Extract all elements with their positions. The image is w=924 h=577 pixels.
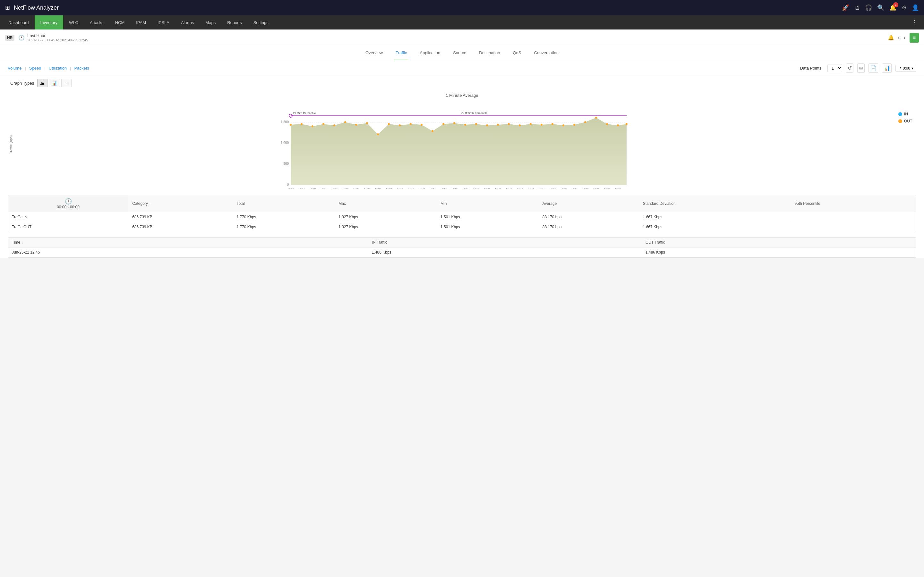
nav-bar: Dashboard Inventory WLC Attacks NCM IPAM…: [0, 15, 924, 29]
td-category-out: Traffic OUT: [8, 222, 128, 232]
sep2: |: [44, 66, 45, 71]
th-in-traffic: IN Traffic: [368, 237, 642, 247]
tab-destination[interactable]: Destination: [478, 46, 501, 60]
view-links: Volume | Speed | Utilization | Packets: [8, 66, 89, 71]
time-range-label: 2021-06-25 11:45 to 2021-06-25 12:45: [27, 38, 887, 42]
th-time-col: 🕐 00:00 - 00:00: [8, 195, 128, 212]
menu-icon[interactable]: ≡: [909, 33, 919, 43]
svg-text:12:11: 12:11: [429, 187, 436, 189]
svg-point-31: [497, 124, 499, 126]
grid-icon[interactable]: ⊞: [5, 4, 10, 11]
svg-point-32: [508, 123, 510, 125]
td-time-1: Jun-25-21 12:45: [8, 247, 368, 258]
nav-item-ipsla[interactable]: IPSLA: [152, 15, 175, 29]
pdf-icon-btn[interactable]: 📄: [869, 63, 878, 73]
svg-point-15: [322, 123, 325, 125]
svg-text:12:13: 12:13: [440, 187, 447, 189]
svg-point-28: [464, 124, 466, 126]
bottom-table: Time ↓ IN Traffic OUT Traffic Jun-25-21 …: [8, 237, 916, 258]
svg-point-40: [595, 117, 597, 119]
alert-settings-icon[interactable]: 🔔: [888, 35, 894, 41]
svg-point-34: [530, 123, 531, 125]
td-avg-out: 1.501 Kbps: [437, 222, 539, 232]
chart-wrapper: Traffic (bps) 0 500 1,000 1,500: [8, 99, 916, 190]
svg-text:12:17: 12:17: [462, 187, 469, 189]
nav-item-ipam[interactable]: IPAM: [130, 15, 152, 29]
td-pct-in: 1.667 Kbps: [639, 212, 791, 222]
chart-title: 1 Minute Average: [8, 93, 916, 98]
nav-item-dashboard[interactable]: Dashboard: [3, 15, 35, 29]
timer-btn[interactable]: ↺ 0:00 ▾: [895, 65, 916, 72]
legend-out-dot: [898, 119, 902, 123]
td-max-in: 1.770 Kbps: [233, 212, 334, 222]
svg-text:0: 0: [287, 183, 289, 186]
rocket-icon[interactable]: 🚀: [842, 4, 849, 11]
legend-out-label: OUT: [904, 119, 912, 123]
refresh-icon-btn[interactable]: ↺: [846, 63, 853, 73]
tab-source[interactable]: Source: [452, 46, 467, 60]
legend-in: IN: [898, 112, 916, 116]
svg-point-42: [617, 124, 619, 126]
headset-icon[interactable]: 🎧: [865, 4, 872, 11]
time-info: Last Hour 2021-06-25 11:45 to 2021-06-25…: [27, 33, 887, 42]
clock-icon: 🕐: [18, 35, 25, 41]
nav-item-maps[interactable]: Maps: [200, 15, 221, 29]
svg-text:12:43: 12:43: [604, 187, 611, 189]
td-max-out: 1.770 Kbps: [233, 222, 334, 232]
prev-icon[interactable]: ‹: [898, 34, 900, 41]
email-icon-btn[interactable]: ✉: [857, 63, 865, 73]
svg-text:12:07: 12:07: [407, 187, 414, 189]
nav-item-reports[interactable]: Reports: [221, 15, 248, 29]
bottom-table-section: Time ↓ IN Traffic OUT Traffic Jun-25-21 …: [8, 237, 916, 258]
nav-more-icon[interactable]: ⋮: [907, 19, 921, 26]
graph-types-row: Graph Types ⛰ 📊 ⋯: [0, 76, 924, 90]
view-link-utilization[interactable]: Utilization: [49, 66, 67, 71]
nav-item-alarms[interactable]: Alarms: [175, 15, 200, 29]
view-link-volume[interactable]: Volume: [8, 66, 21, 71]
bell-icon[interactable]: 🔔 3: [889, 4, 897, 11]
graph-type-scatter-btn[interactable]: ⋯: [61, 79, 71, 87]
td-min-out: 1.327 Kbps: [334, 222, 437, 232]
graph-type-area-btn[interactable]: ⛰: [37, 79, 47, 87]
gear-icon[interactable]: ⚙: [901, 4, 907, 11]
svg-point-20: [377, 133, 379, 135]
tab-qos[interactable]: QoS: [511, 46, 522, 60]
td-category-in: Traffic IN: [8, 212, 128, 222]
view-link-speed[interactable]: Speed: [29, 66, 41, 71]
monitor-icon[interactable]: 🖥: [854, 5, 860, 11]
chart-section: 1 Minute Average Traffic (bps) 0 500 1,0…: [0, 90, 924, 190]
svg-point-35: [541, 124, 543, 126]
svg-text:12:41: 12:41: [593, 187, 599, 189]
view-link-packets[interactable]: Packets: [74, 66, 89, 71]
svg-point-24: [421, 124, 423, 126]
time-bar: HR 🕐 Last Hour 2021-06-25 11:45 to 2021-…: [0, 29, 924, 46]
svg-point-22: [399, 124, 401, 126]
tab-conversation[interactable]: Conversation: [533, 46, 560, 60]
svg-text:12:29: 12:29: [527, 187, 534, 189]
svg-point-38: [573, 124, 575, 126]
x-axis-labels: 11:45 11:47 11:49 11:51 11:53 11:55 11:5…: [288, 187, 622, 189]
graph-type-bar-btn[interactable]: 📊: [49, 79, 60, 87]
nav-item-attacks[interactable]: Attacks: [84, 15, 110, 29]
search-icon[interactable]: 🔍: [877, 4, 884, 11]
timer-label: 0:00: [903, 66, 910, 71]
next-icon[interactable]: ›: [904, 34, 906, 41]
tab-traffic[interactable]: Traffic: [394, 46, 408, 60]
tab-application[interactable]: Application: [419, 46, 442, 60]
td-pct-out: 1.667 Kbps: [639, 222, 791, 232]
toolbar-row: Volume | Speed | Utilization | Packets D…: [0, 60, 924, 76]
user-icon[interactable]: 👤: [912, 4, 919, 11]
nav-item-inventory[interactable]: Inventory: [35, 15, 63, 29]
csv-icon-btn[interactable]: 📊: [882, 63, 892, 73]
time-period-label: Last Hour: [27, 33, 887, 38]
nav-item-ncm[interactable]: NCM: [110, 15, 131, 29]
tab-overview[interactable]: Overview: [364, 46, 384, 60]
data-points-select[interactable]: 1 2 5: [827, 64, 842, 72]
svg-point-23: [410, 123, 412, 125]
nav-item-wlc[interactable]: WLC: [63, 15, 84, 29]
svg-text:12:27: 12:27: [517, 187, 523, 189]
svg-point-37: [562, 124, 564, 126]
svg-point-39: [584, 121, 586, 123]
nav-item-settings[interactable]: Settings: [248, 15, 274, 29]
sep1: |: [25, 66, 26, 71]
